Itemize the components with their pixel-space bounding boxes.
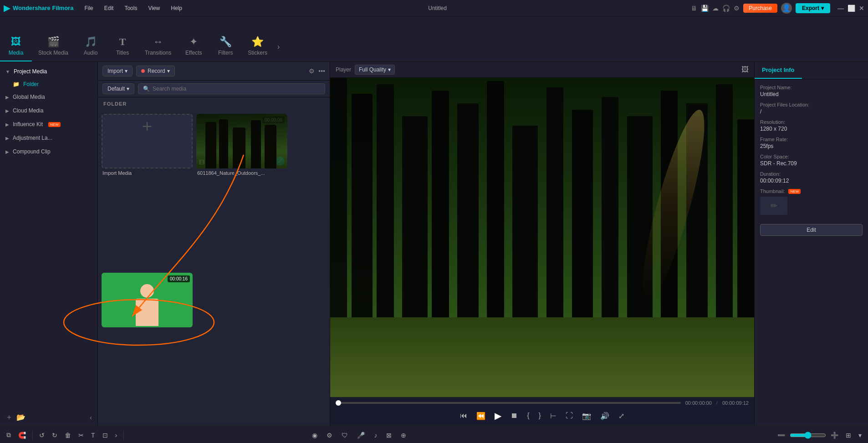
sidebar-item-compound-clip[interactable]: ▶ Compound Clip (0, 145, 97, 158)
split-button[interactable]: ✂ (76, 430, 87, 441)
media-panel-toolbar: Import ▾ Record ▾ ⚙ ••• (98, 62, 330, 81)
greenscreen-thumb: 00:00:16 (102, 273, 193, 327)
app-logo: ▶ Wondershare Filmora (4, 3, 73, 13)
media-item-nature[interactable]: 00:00:09 🎞 ✓ 6011864_Nature_Outdoors_... (196, 114, 287, 269)
sidebar-item-cloud-media[interactable]: ▶ Cloud Media (0, 104, 97, 117)
title-right-controls: 🖥 💾 ☁ 🎧 ⚙ Purchase 👤 Export ▾ — ⬜ ✕ (691, 3, 864, 14)
more-icon[interactable]: ••• (318, 67, 325, 75)
sidebar-label-global-media: Global Media (13, 94, 45, 100)
volume-button[interactable]: 🔊 (598, 410, 611, 422)
mic-button[interactable]: 🎤 (354, 430, 368, 441)
sidebar-item-project-media[interactable]: ▼ Project Media (0, 65, 97, 78)
zoom-slider[interactable] (790, 432, 826, 439)
tab-stickers[interactable]: ⭐ Stickers (241, 32, 274, 61)
tab-effects[interactable]: ✦ Effects (178, 32, 209, 61)
resolution-label: Resolution: (760, 119, 863, 125)
transitions-tab-icon: ↔ (153, 36, 163, 48)
more-tools-button[interactable]: › (112, 430, 120, 441)
menu-tools[interactable]: Tools (123, 4, 139, 12)
sidebar-label-influence: Influence Kit (13, 121, 43, 127)
purchase-button[interactable]: Purchase (743, 4, 777, 13)
shield-button[interactable]: 🛡 (339, 430, 351, 441)
scene-split-button[interactable]: ⧉ (4, 429, 14, 441)
sidebar-add-icon[interactable]: ＋ (5, 412, 13, 422)
sidebar-item-global-media[interactable]: ▶ Global Media (0, 90, 97, 104)
grid-icon[interactable]: ⚙ (734, 5, 740, 12)
audio-track-button[interactable]: ♪ (371, 430, 380, 441)
edit-button[interactable]: Edit (760, 224, 863, 236)
sidebar-item-influence-kit[interactable]: ▶ Influence Kit NEW (0, 117, 97, 131)
player-quality-select[interactable]: Full Quality ▾ (355, 65, 395, 75)
tab-audio[interactable]: 🎵 Audio (75, 32, 107, 61)
expand-button[interactable]: ⤢ (617, 410, 626, 422)
record-button[interactable]: Record ▾ (136, 66, 175, 76)
sidebar-label-cloud-media: Cloud Media (13, 107, 43, 114)
screenshot-button[interactable]: 📷 (580, 410, 593, 422)
import-button[interactable]: Import ▾ (102, 66, 133, 76)
sidebar-item-adjustment[interactable]: ▶ Adjustment La... (0, 131, 97, 145)
toolbar-more-chevron[interactable]: › (274, 39, 283, 55)
ai-button[interactable]: ◉ (309, 430, 320, 441)
frame-rate-value: 25fps (760, 143, 863, 149)
fullscreen-button[interactable]: ⛶ (564, 410, 575, 422)
redo-button[interactable]: ↻ (49, 430, 60, 441)
sidebar-item-folder[interactable]: 📁 Folder (0, 78, 97, 90)
tab-titles[interactable]: T Titles (107, 32, 138, 61)
minimize-button[interactable]: — (837, 5, 844, 12)
add-media-button[interactable]: ⊕ (398, 430, 409, 441)
menu-edit[interactable]: Edit (102, 4, 116, 12)
upload-icon[interactable]: ☁ (712, 5, 719, 12)
thumbnail-preview[interactable]: ✏ (760, 197, 787, 215)
undo-button[interactable]: ↺ (36, 430, 47, 441)
maximize-button[interactable]: ⬜ (848, 5, 855, 12)
play-button[interactable]: ▶ (493, 408, 503, 423)
zoom-out-button[interactable]: ➖ (775, 430, 788, 441)
delete-button[interactable]: 🗑 (62, 430, 74, 441)
sidebar-folder-icon[interactable]: 📂 (16, 413, 26, 422)
tab-media[interactable]: 🖼 Media (0, 32, 32, 61)
zoom-in-button[interactable]: ➕ (828, 430, 841, 441)
text-button[interactable]: T (88, 430, 98, 441)
bracket-right-button[interactable]: } (537, 410, 543, 422)
player-area: Player Full Quality ▾ 🖼 (330, 62, 754, 426)
menu-help[interactable]: Help (169, 4, 184, 12)
total-time: 00:00:09:12 (722, 400, 749, 406)
crop-button[interactable]: ⊡ (100, 430, 111, 441)
stop-button[interactable]: ⏹ (509, 410, 520, 422)
app-name: Wondershare Filmora (13, 5, 73, 11)
media-item-import[interactable]: ＋ Import Media (102, 114, 193, 269)
export-button[interactable]: Export ▾ (796, 3, 830, 13)
grid-view-button[interactable]: ⊞ (843, 430, 854, 441)
mark-button[interactable]: ⊢ (548, 410, 558, 422)
player-top-bar: Player Full Quality ▾ 🖼 (330, 62, 754, 78)
close-button[interactable]: ✕ (859, 5, 864, 12)
audio-tab-label: Audio (84, 50, 98, 56)
sidebar-collapse-icon[interactable]: ‹ (90, 414, 92, 421)
effects-track-button[interactable]: ⊠ (383, 430, 394, 441)
gear-button[interactable]: ⚙ (324, 430, 335, 441)
menu-file[interactable]: File (82, 4, 95, 12)
magnetic-button[interactable]: 🧲 (15, 430, 29, 441)
quality-chevron-icon: ▾ (388, 66, 391, 73)
project-info-tab-item[interactable]: Project Info (755, 62, 802, 79)
progress-bar[interactable] (336, 402, 681, 404)
timeline-section: ⧉ 🧲 ↺ ↻ 🗑 ✂ T ⊡ › ◉ ⚙ 🛡 🎤 ♪ ⊠ ⊕ ➖ ➕ ⊞ ▾ (0, 426, 868, 443)
step-back-button[interactable]: ⏪ (475, 410, 487, 422)
search-input[interactable] (153, 86, 320, 92)
rewind-button[interactable]: ⏮ (458, 410, 469, 422)
toolbar-divider-1 (32, 431, 33, 440)
menu-view[interactable]: View (146, 4, 162, 12)
stock-media-tab-label: Stock Media (38, 50, 68, 56)
media-item-greenscreen[interactable]: 00:00:16 (102, 273, 193, 423)
player-image-icon[interactable]: 🖼 (741, 66, 749, 73)
import-area-thumb[interactable]: ＋ (102, 114, 193, 168)
tab-stock-media[interactable]: 🎬 Stock Media (32, 32, 75, 61)
default-button[interactable]: Default ▾ (102, 83, 134, 94)
save-icon[interactable]: 💾 (701, 5, 709, 12)
layout-chevron-button[interactable]: ▾ (856, 430, 864, 441)
headset-icon[interactable]: 🎧 (722, 5, 730, 12)
bracket-left-button[interactable]: { (525, 410, 531, 422)
filter-icon[interactable]: ⚙ (309, 67, 315, 75)
tab-filters[interactable]: 🔧 Filters (209, 32, 241, 61)
tab-transitions[interactable]: ↔ Transitions (138, 32, 178, 61)
